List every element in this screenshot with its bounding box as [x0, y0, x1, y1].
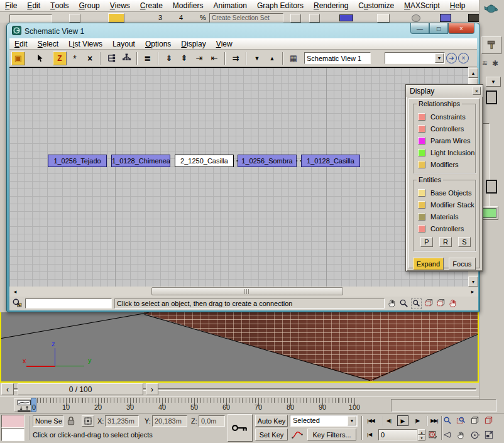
toggle-swatch-modifier-stack[interactable] — [418, 201, 425, 209]
zoom-extents-selected-icon[interactable] — [436, 298, 446, 309]
menu-item-animation[interactable]: Animation — [209, 0, 252, 11]
schematic-node-1-0256-sombra[interactable]: 1_0256_Sombra — [238, 155, 297, 167]
menu-item-options[interactable]: Options — [140, 38, 176, 49]
toggle-swatch-param-wires[interactable] — [418, 137, 425, 145]
zoom-extents-all-button[interactable] — [483, 415, 494, 426]
toolbar-button-stub[interactable] — [69, 14, 80, 23]
z-coord-field[interactable]: 0,0m — [199, 415, 225, 427]
maxscript-listener-pink[interactable] — [1, 415, 25, 428]
set-key-toggle-button[interactable] — [227, 414, 253, 442]
selection-lock-icon[interactable] — [67, 416, 75, 427]
align-button-stub[interactable] — [309, 14, 320, 23]
configure-icon[interactable]: ✱ — [492, 59, 498, 68]
p-button[interactable]: P — [420, 237, 433, 247]
select-button[interactable] — [33, 52, 47, 65]
display-floater-title-bar[interactable]: Display × — [406, 85, 483, 97]
pan-hand-button[interactable] — [455, 429, 466, 440]
menu-item-views[interactable]: Views — [105, 0, 135, 11]
frame-spinner[interactable]: ▲ ▼ — [418, 429, 425, 440]
display-floater-button[interactable]: ▣ — [11, 52, 25, 65]
horizontal-scrollbar[interactable]: ◂ ▸ — [9, 287, 478, 297]
arrange-selected-button[interactable]: ⇞ — [177, 52, 191, 65]
name-filter-input[interactable] — [25, 298, 112, 309]
chevron-down-icon[interactable]: ▼ — [435, 53, 444, 63]
spinner-down-icon[interactable]: ▼ — [418, 435, 425, 440]
next-frame-button[interactable]: |▶ — [410, 415, 424, 426]
toggle-swatch-materials[interactable] — [418, 213, 425, 221]
pan-zoom-icon[interactable] — [448, 298, 457, 309]
free-selected-button[interactable]: ⇤ — [207, 52, 221, 65]
minimize-button[interactable]: — — [410, 23, 429, 34]
angle-snap-icon[interactable]: 4 — [179, 14, 183, 21]
close-button[interactable]: × — [448, 23, 474, 34]
scroll-left-icon[interactable]: ◂ — [11, 288, 19, 295]
toggle-swatch-base-objects[interactable] — [418, 189, 425, 197]
go-to-start-button[interactable]: |◀◀ — [363, 415, 378, 426]
zoom-icon[interactable] — [399, 298, 408, 309]
zoom-extents-button[interactable] — [469, 415, 480, 426]
layer-button-stub[interactable] — [339, 14, 353, 21]
rollout-button[interactable] — [486, 90, 497, 104]
scroll-down-icon[interactable]: ▾ — [468, 276, 478, 287]
menu-item-list-views[interactable]: List Views — [63, 38, 107, 49]
preferences-button[interactable]: ▦ — [287, 52, 300, 65]
menu-item-create[interactable]: Create — [135, 0, 168, 11]
material-editor-stub[interactable] — [440, 14, 451, 22]
maxscript-listener-white[interactable] — [1, 428, 25, 441]
default-tangent-button[interactable] — [290, 429, 305, 440]
menu-item-edit[interactable]: Edit — [9, 38, 33, 49]
schematic-node-2-1250-casilla[interactable]: 2_1250_Casilla — [175, 155, 234, 167]
x-coord-field[interactable]: 31,235m — [105, 415, 139, 427]
rollout-button[interactable] — [486, 180, 497, 194]
teapot-icon[interactable] — [483, 2, 501, 17]
key-filters-button[interactable]: Key Filters... — [307, 429, 356, 440]
time-configuration-button[interactable] — [427, 429, 439, 440]
viewport[interactable]: z x y — [0, 312, 479, 383]
utilities-tab[interactable] — [481, 36, 501, 54]
previous-frame-button[interactable]: ◀| — [382, 415, 396, 426]
auto-key-button[interactable]: Auto Key — [255, 415, 288, 427]
schematic-node-1-0128-casilla[interactable]: 1_0128_Casilla — [301, 155, 360, 167]
absolute-mode-toggle[interactable] — [82, 415, 94, 427]
toggle-swatch-modifiers[interactable] — [418, 161, 425, 168]
delete-objects-button[interactable]: × — [83, 52, 97, 65]
maxscript-icon[interactable]: ≋ — [482, 59, 488, 67]
menu-item-customize[interactable]: Customize — [353, 0, 399, 11]
maximize-viewport-toggle[interactable] — [483, 429, 494, 440]
curve-editor-button-stub[interactable] — [377, 14, 390, 23]
render-button-stub[interactable] — [412, 14, 420, 22]
spinner-up-icon[interactable]: ▲ — [418, 429, 425, 435]
toolbar-active-button-stub[interactable] — [108, 13, 124, 23]
expand-selected-button[interactable]: ▼ — [250, 52, 264, 65]
close-icon[interactable]: × — [473, 87, 481, 95]
y-coord-field[interactable]: 20,183m — [152, 415, 187, 427]
toggle-swatch-controllers[interactable] — [418, 225, 425, 232]
scroll-right-icon[interactable]: ▸ — [468, 288, 477, 295]
key-mode-toggle[interactable]: |◀ — [363, 429, 376, 440]
expand-button[interactable]: Expand — [413, 258, 444, 270]
menu-item-graph-editors[interactable]: Graph Editors — [252, 0, 309, 11]
horizontal-scroll-thumb[interactable] — [151, 287, 343, 295]
snap-toggle-icon[interactable]: 3 — [158, 14, 162, 21]
toggle-swatch-controllers[interactable] — [418, 125, 425, 133]
menu-item-group[interactable]: Group — [74, 0, 104, 11]
display-floater[interactable]: Display × Relationships ConstraintsContr… — [405, 84, 483, 271]
zoom-all-button[interactable] — [456, 415, 466, 426]
delete-bookmark-icon[interactable]: × — [458, 53, 469, 63]
zoom-extents-icon[interactable] — [424, 298, 434, 309]
next-bookmark-icon[interactable]: ➔ — [446, 53, 457, 63]
schematic-node-1-0256-tejado[interactable]: 1_0256_Tejado — [48, 155, 107, 167]
zoom-region-icon[interactable] — [411, 298, 422, 309]
color-swatch-green[interactable] — [483, 208, 496, 218]
connect-button[interactable]: Z — [53, 52, 67, 65]
mirror-button-stub[interactable] — [290, 14, 301, 23]
bookmark-dropdown[interactable]: ▼ — [385, 52, 445, 64]
menu-item-layout[interactable]: Layout — [107, 38, 140, 49]
toolbar-dropdown-stub[interactable] — [9, 14, 52, 23]
view-name-input[interactable] — [304, 52, 371, 64]
menu-item-rendering[interactable]: Rendering — [309, 0, 353, 11]
field-of-view-button[interactable] — [442, 429, 452, 440]
menu-item-maxscript[interactable]: MAXScript — [399, 0, 445, 11]
go-to-end-button[interactable]: ▶▶| — [427, 415, 442, 426]
r-button[interactable]: R — [439, 237, 452, 247]
